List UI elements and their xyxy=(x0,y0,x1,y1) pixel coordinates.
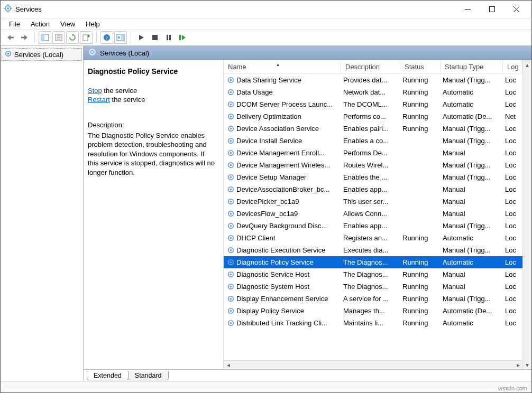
service-name: Device Setup Manager xyxy=(236,173,306,181)
app-icon xyxy=(4,4,12,14)
service-row[interactable]: DevQuery Background Disc...Enables app..… xyxy=(224,220,522,232)
service-description: Enables pairi... xyxy=(341,125,400,133)
service-name: Diagnostic Service Host xyxy=(236,270,309,278)
column-header-name[interactable]: Name▴ xyxy=(224,60,341,73)
service-logon: Loc xyxy=(503,149,522,157)
service-startup: Automatic xyxy=(441,258,503,266)
service-description: Network dat... xyxy=(341,88,400,96)
restart-service-link[interactable]: Restart xyxy=(88,96,110,104)
titlebar[interactable]: Services xyxy=(1,1,531,18)
service-row[interactable]: Display Policy ServiceManages th...Runni… xyxy=(224,305,522,317)
list-body[interactable]: Data Sharing ServiceProvides dat...Runni… xyxy=(224,74,522,360)
service-name: Device Association Service xyxy=(236,125,319,133)
gear-icon xyxy=(226,283,235,291)
service-row[interactable]: Diagnostic Service HostThe Diagnos...Run… xyxy=(224,268,522,280)
gear-icon xyxy=(226,113,235,120)
column-header-status[interactable]: Status xyxy=(400,60,441,73)
service-row[interactable]: Delivery OptimizationPerforms co...Runni… xyxy=(224,110,522,123)
service-row[interactable]: DeviceAssociationBroker_bc...Enables app… xyxy=(224,183,522,195)
maximize-button[interactable] xyxy=(480,1,504,18)
service-row[interactable]: Device Setup ManagerEnables the ...Manua… xyxy=(224,171,522,183)
menu-help[interactable]: Help xyxy=(80,19,105,29)
service-row[interactable]: Device Association ServiceEnables pairi.… xyxy=(224,123,522,135)
gear-icon xyxy=(4,50,12,59)
show-hide-tree-button[interactable] xyxy=(39,31,51,44)
window-controls xyxy=(455,1,528,18)
service-startup: Automatic xyxy=(441,319,503,327)
refresh-button[interactable] xyxy=(66,31,79,44)
service-logon: Loc xyxy=(503,246,522,254)
service-name: Diagnostic System Host xyxy=(236,283,309,291)
svg-rect-11 xyxy=(21,37,24,39)
horizontal-scrollbar[interactable]: ◂ ▸ xyxy=(224,360,522,369)
back-button[interactable] xyxy=(4,31,17,44)
minimize-button[interactable] xyxy=(455,1,480,18)
tree-node-services-local[interactable]: Services (Local) xyxy=(2,48,82,61)
vertical-scrollbar[interactable]: ▴ ▾ xyxy=(522,60,531,369)
service-row[interactable]: DevicePicker_bc1a9This user ser...Manual… xyxy=(224,195,522,208)
service-name: Data Usage xyxy=(236,88,273,96)
service-row[interactable]: Distributed Link Tracking Cli...Maintain… xyxy=(224,317,522,329)
forward-button[interactable] xyxy=(18,31,31,44)
column-header-logon[interactable]: Log xyxy=(503,60,522,73)
service-status: Running xyxy=(400,76,441,84)
console-tree[interactable]: Services (Local) xyxy=(1,46,84,381)
svg-rect-7 xyxy=(489,7,494,12)
service-row[interactable]: DCOM Server Process Launc...The DCOML...… xyxy=(224,98,522,110)
svg-point-62 xyxy=(230,261,232,264)
scroll-left-icon[interactable]: ◂ xyxy=(224,361,233,370)
service-status: Running xyxy=(400,295,441,303)
service-startup: Automatic xyxy=(441,88,503,96)
show-hide-action-pane-button[interactable] xyxy=(114,31,127,44)
pause-service-button[interactable] xyxy=(162,31,175,44)
selected-service-title: Diagnostic Policy Service xyxy=(88,67,217,77)
services-window: Services File Action View Help ? xyxy=(0,0,532,393)
menu-file[interactable]: File xyxy=(4,19,25,29)
service-row[interactable]: Device Management Wireles...Routes Wirel… xyxy=(224,159,522,171)
service-row[interactable]: Diagnostic Execution ServiceExecutes dia… xyxy=(224,244,522,256)
service-row[interactable]: DevicesFlow_bc1a9Allows Conn...ManualLoc xyxy=(224,208,522,220)
svg-point-54 xyxy=(230,213,232,215)
services-list: Name▴ Description Status Startup Type Lo… xyxy=(224,60,531,369)
column-header-description[interactable]: Description xyxy=(341,60,400,73)
service-row[interactable]: Data UsageNetwork dat...RunningAutomatic… xyxy=(224,86,522,98)
service-description: Enables the ... xyxy=(341,173,400,181)
tree-node-label: Services (Local) xyxy=(14,51,63,59)
service-startup: Manual xyxy=(441,185,503,193)
tab-standard[interactable]: Standard xyxy=(128,371,169,380)
restart-service-button[interactable] xyxy=(176,31,189,44)
stop-service-link[interactable]: Stop xyxy=(88,87,102,95)
scroll-down-icon[interactable]: ▾ xyxy=(523,360,531,369)
service-row[interactable]: Device Management Enroll...Performs De..… xyxy=(224,147,522,159)
service-name: Distributed Link Tracking Cli... xyxy=(236,319,327,327)
menu-action[interactable]: Action xyxy=(25,19,55,29)
properties-button[interactable] xyxy=(52,31,65,44)
service-description: The DCOML... xyxy=(341,100,400,108)
tab-extended[interactable]: Extended xyxy=(87,371,129,380)
stop-service-button[interactable] xyxy=(149,31,161,44)
pane-title: Services (Local) xyxy=(100,49,149,57)
service-row[interactable]: Device Install ServiceEnables a co...Man… xyxy=(224,135,522,147)
scroll-up-icon[interactable]: ▴ xyxy=(523,60,531,69)
service-row[interactable]: Diagnostic System HostThe Diagnos...Runn… xyxy=(224,280,522,293)
service-description: Enables a co... xyxy=(341,137,400,145)
menu-view[interactable]: View xyxy=(55,19,80,29)
start-service-button[interactable] xyxy=(135,31,148,44)
service-name: DevicePicker_bc1a9 xyxy=(236,198,299,205)
column-header-startup[interactable]: Startup Type xyxy=(441,60,503,73)
close-button[interactable] xyxy=(504,1,528,18)
service-status: Running xyxy=(400,234,441,242)
gear-icon xyxy=(226,173,235,181)
service-row[interactable]: DHCP ClientRegisters an...RunningAutomat… xyxy=(224,232,522,244)
service-row[interactable]: Diagnostic Policy ServiceThe Diagnos...R… xyxy=(224,256,522,268)
service-row[interactable]: Data Sharing ServiceProvides dat...Runni… xyxy=(224,74,522,86)
service-logon: Loc xyxy=(503,173,522,181)
help-button[interactable]: ? xyxy=(100,31,113,44)
service-description: Provides dat... xyxy=(341,76,400,84)
service-name: Device Install Service xyxy=(236,137,302,145)
service-detail-panel: Diagnostic Policy Service Stop the servi… xyxy=(84,60,224,369)
service-name: Display Enhancement Service xyxy=(236,295,328,303)
scroll-right-icon[interactable]: ▸ xyxy=(513,361,522,370)
service-row[interactable]: Display Enhancement ServiceA service for… xyxy=(224,293,522,305)
export-list-button[interactable] xyxy=(80,31,93,44)
